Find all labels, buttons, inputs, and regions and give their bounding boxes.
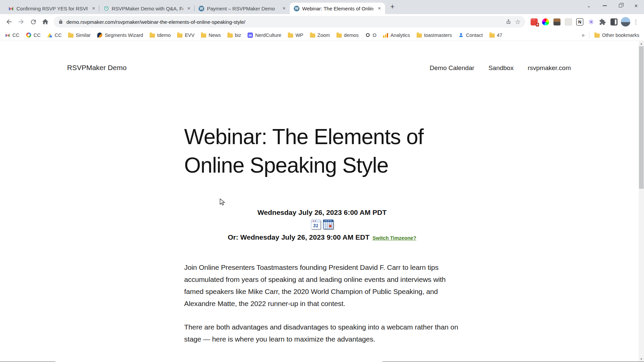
side-panel-icon[interactable] <box>610 18 618 25</box>
bookmark-folder-toastmasters[interactable]: toastmasters <box>416 32 452 38</box>
other-bookmarks-button[interactable]: Other bookmarks <box>594 32 639 38</box>
restore-button[interactable] <box>612 0 628 11</box>
site-title[interactable]: RSVPMaker Demo <box>67 64 126 72</box>
bookmark-folder-similar[interactable]: Similar <box>68 32 91 38</box>
address-bar[interactable]: demo.rsvpmaker.com/rsvpmaker/webinar-the… <box>54 16 525 27</box>
other-bookmarks-label: Other bookmarks <box>602 33 639 38</box>
bookmark-label: biz <box>235 33 241 38</box>
bookmark-cc-drive[interactable]: CC <box>47 32 62 38</box>
bookmark-nerdculture[interactable]: NerdCulture <box>248 32 281 38</box>
bookmark-label: Zoom <box>317 33 330 38</box>
bookmark-label: CC <box>34 33 41 38</box>
tab-payment[interactable]: Payment – RSVPMaker Demo ✕ <box>195 3 290 14</box>
site-header: RSVPMaker Demo Demo Calendar Sandbox rsv… <box>0 41 644 72</box>
tab-close-icon[interactable]: ✕ <box>376 5 382 11</box>
profile-avatar[interactable] <box>621 17 630 26</box>
bookmark-label: demos <box>344 33 359 38</box>
page-scrollbar[interactable]: ▲ ▼ <box>639 41 644 362</box>
pattern-extension-icon[interactable] <box>565 18 572 25</box>
tab-title: Confirming RSVP YES for RSVPM <box>16 6 88 11</box>
bookmark-label: Contact <box>466 33 483 38</box>
minimize-button[interactable] <box>597 0 612 11</box>
nav-sandbox[interactable]: Sandbox <box>488 64 514 72</box>
back-button[interactable] <box>3 16 15 27</box>
bookmark-label: WP <box>296 33 303 38</box>
post-content: Webinar: The Elements of Online Speaking… <box>184 123 460 345</box>
share-icon[interactable] <box>505 19 512 25</box>
gmail-icon <box>8 6 14 11</box>
extension-red-icon[interactable]: 6 <box>531 18 538 25</box>
bookmark-cc-google[interactable]: CC <box>26 32 41 38</box>
bookmarks-overflow-icon[interactable]: » <box>582 32 585 38</box>
color-wheel-extension-icon[interactable] <box>542 18 549 25</box>
mastodon-icon <box>248 33 253 38</box>
calendar-links-row: 31 <box>184 220 460 229</box>
reload-button[interactable] <box>28 16 39 27</box>
segments-icon <box>97 33 102 38</box>
bookmark-label: Similar <box>76 33 91 38</box>
outlook-calendar-icon[interactable] <box>323 220 333 229</box>
switch-timezone-link[interactable]: Switch Timzeone? <box>372 235 416 241</box>
analytics-icon <box>383 33 388 38</box>
tab-close-icon[interactable]: ✕ <box>281 5 287 11</box>
folder-icon <box>489 34 495 38</box>
bookmark-segments-wizard[interactable]: Segments Wizard <box>97 32 143 38</box>
bookmark-folder-zoom[interactable]: Zoom <box>310 32 330 38</box>
folder-icon <box>336 34 342 38</box>
notion-extension-icon[interactable] <box>576 18 583 25</box>
bookmark-folder-biz[interactable]: biz <box>227 32 241 38</box>
lock-icon[interactable] <box>58 19 63 24</box>
tab-close-icon[interactable]: ✕ <box>91 5 97 11</box>
person-icon <box>458 32 464 38</box>
close-button[interactable]: ✕ <box>628 0 644 11</box>
alarm-clock-icon <box>103 6 109 11</box>
bookmark-analytics[interactable]: Analytics <box>383 32 410 38</box>
bookmarks-divider <box>589 32 590 38</box>
bookmark-folder-news[interactable]: News <box>201 32 221 38</box>
bookmark-folder-wp[interactable]: WP <box>288 32 303 38</box>
bookmark-folder-demos[interactable]: demos <box>336 32 359 38</box>
nav-rsvpmaker-com[interactable]: rsvpmaker.com <box>528 64 571 72</box>
nav-demo-calendar[interactable]: Demo Calendar <box>430 64 474 72</box>
scrollbar-up-arrow[interactable]: ▲ <box>639 41 644 46</box>
bookmark-cc-gmail[interactable]: CC <box>5 32 19 38</box>
tab-title: RSVPMaker Demo with Q&A, Fea <box>112 6 183 11</box>
scrollbar-down-arrow[interactable]: ▼ <box>639 356 644 362</box>
browser-menu-icon[interactable]: ⋮ <box>631 18 641 25</box>
bookmark-folder-tdemo[interactable]: tdemo <box>150 32 171 38</box>
home-button[interactable] <box>40 16 51 27</box>
wordpress-icon <box>199 6 204 11</box>
wordpress-icon <box>294 6 300 11</box>
tab-webinar-active[interactable]: Webinar: The Elements of Online ✕ <box>290 3 385 14</box>
folder-icon <box>177 34 182 38</box>
bookmark-o[interactable]: O <box>365 32 376 38</box>
scrollbar-thumb[interactable] <box>639 46 644 189</box>
google-calendar-icon[interactable]: 31 <box>311 220 321 229</box>
bookmark-label: tdemo <box>157 33 171 38</box>
tab-close-icon[interactable]: ✕ <box>186 5 192 11</box>
bookmark-contact[interactable]: Contact <box>458 32 483 38</box>
tab-confirming-rsvp[interactable]: Confirming RSVP YES for RSVPM ✕ <box>4 3 99 14</box>
bookmark-folder-evv[interactable]: EVV <box>177 32 195 38</box>
folder-icon <box>68 34 73 38</box>
bookmark-folder-47[interactable]: 47 <box>489 32 502 38</box>
bookmark-star-icon[interactable]: ☆ <box>515 19 521 25</box>
tab-rsvpmaker-demo-qa[interactable]: RSVPMaker Demo with Q&A, Fea ✕ <box>99 3 195 14</box>
url-text[interactable]: demo.rsvpmaker.com/rsvpmaker/webinar-the… <box>66 19 502 25</box>
gmail-icon <box>5 32 10 38</box>
tab-title: Payment – RSVPMaker Demo <box>207 6 278 11</box>
bookmark-label: Analytics <box>390 33 410 38</box>
forward-button[interactable] <box>15 16 27 27</box>
camera-extension-icon[interactable] <box>553 18 560 25</box>
bookmark-label: News <box>209 33 221 38</box>
purple-asterisk-extension-icon[interactable] <box>588 18 595 25</box>
tab-search-chevron-icon[interactable]: ⌄ <box>581 0 597 11</box>
folder-icon <box>310 34 315 38</box>
bookmark-label: 47 <box>497 33 502 38</box>
new-tab-button[interactable]: + <box>388 2 397 11</box>
page-title: Webinar: The Elements of Online Speaking… <box>184 123 460 180</box>
bookmark-label: Segments Wizard <box>105 33 143 38</box>
extensions-puzzle-icon[interactable] <box>599 18 606 25</box>
folder-icon <box>417 34 422 38</box>
google-icon <box>26 33 31 38</box>
